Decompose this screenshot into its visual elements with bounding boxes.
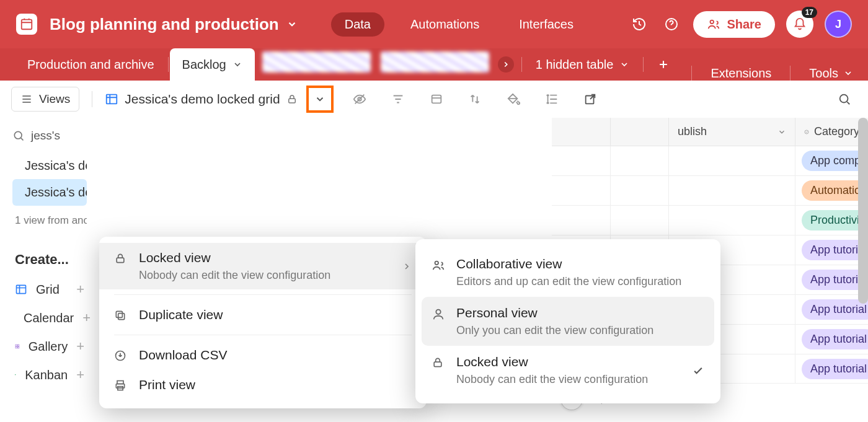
history-icon[interactable] (629, 14, 650, 35)
scrollbar-thumb[interactable] (858, 118, 868, 304)
notifications-button[interactable]: 17 (786, 11, 813, 38)
hidden-tables[interactable]: 1 hidden table (523, 48, 642, 81)
svg-point-2 (711, 20, 714, 24)
table-tabs: Production and archive Backlog 1 hidden … (0, 48, 868, 81)
cell-category[interactable]: App tutorial (795, 354, 868, 384)
nav-interfaces[interactable]: Interfaces (505, 12, 587, 37)
cell-category[interactable]: App comparison (795, 146, 868, 175)
base-icon[interactable] (16, 14, 37, 35)
view-options-button[interactable] (306, 86, 334, 113)
cell-publish[interactable] (668, 146, 795, 175)
cell-publish[interactable] (668, 206, 795, 235)
menu-divider (114, 335, 412, 335)
grid-row[interactable]: Automation (552, 176, 868, 206)
svg-point-8 (840, 95, 848, 103)
row-number-header (610, 118, 668, 146)
share-view-button[interactable] (578, 87, 603, 112)
menu-print-view[interactable]: Print view (99, 370, 427, 400)
tab-separator (168, 57, 169, 72)
row-spacer (610, 146, 668, 175)
cell-category[interactable]: App tutorial (795, 235, 868, 265)
menu-item-title: Locked view (139, 250, 392, 265)
view-list-item[interactable]: Jessica's demo locked grid (12, 179, 87, 206)
create-grid-view[interactable]: Grid + (12, 275, 87, 304)
menu-duplicate-view[interactable]: Duplicate view (99, 300, 427, 330)
column-header-category[interactable]: Category (795, 118, 868, 146)
submenu-subtitle: Editors and up can edit the view configu… (456, 275, 704, 288)
submenu-collaborative[interactable]: Collaborative view Editors and up can ed… (422, 248, 714, 297)
cell-category[interactable]: App tutorial (795, 325, 868, 354)
nav-automations[interactable]: Automations (397, 12, 493, 37)
group-button[interactable] (424, 87, 449, 112)
create-calendar-view[interactable]: Calendar + (12, 304, 87, 332)
base-title[interactable]: Blog planning and production (50, 15, 298, 34)
tab-separator (643, 57, 644, 72)
svg-rect-24 (116, 311, 122, 317)
svg-point-29 (435, 262, 439, 265)
user-avatar[interactable]: J (825, 11, 852, 38)
grid-row[interactable]: Productivity (552, 206, 868, 235)
menu-locked-view[interactable]: Locked view Nobody can edit the view con… (99, 243, 427, 289)
cell-category[interactable]: App tutorial (795, 265, 868, 294)
category-pill: App tutorial (802, 329, 868, 349)
category-pill: App tutorial (802, 359, 868, 379)
svg-rect-22 (117, 258, 124, 263)
filter-button[interactable] (386, 87, 410, 112)
chevron-down-icon[interactable] (232, 59, 242, 69)
column-header-publish[interactable]: ublish (668, 118, 795, 146)
redacted-tab[interactable] (381, 51, 489, 73)
tab-separator (521, 57, 522, 72)
download-icon (114, 349, 126, 362)
view-permission-submenu: Collaborative view Editors and up can ed… (415, 239, 720, 403)
kanban-icon (15, 369, 16, 381)
search-icon (12, 130, 25, 142)
print-icon (114, 379, 126, 392)
table-tab-backlog[interactable]: Backlog (170, 48, 255, 81)
view-options-menu: Locked view Nobody can edit the view con… (99, 237, 427, 408)
row-number-header (552, 118, 610, 146)
table-tab-production[interactable]: Production and archive (15, 48, 167, 81)
extensions-button[interactable]: Extensions (711, 66, 771, 81)
row-spacer (610, 176, 668, 205)
search-records-button[interactable] (832, 87, 857, 112)
cell-category[interactable]: Automation (795, 176, 868, 205)
sort-button[interactable] (463, 87, 487, 112)
chevron-down-icon[interactable] (777, 128, 786, 136)
color-button[interactable] (501, 87, 526, 112)
notification-count: 17 (802, 7, 817, 18)
current-view[interactable]: Jessica's demo locked grid (105, 92, 297, 107)
help-icon[interactable] (661, 14, 682, 35)
copy-icon (114, 309, 126, 322)
create-kanban-view[interactable]: Kanban + (12, 361, 87, 389)
submenu-subtitle: Nobody can edit the view configuration (456, 373, 682, 386)
svg-rect-12 (17, 285, 26, 293)
tools-button[interactable]: Tools (809, 66, 853, 81)
share-button[interactable]: Share (693, 11, 775, 38)
grid-row[interactable]: App comparison (552, 146, 868, 176)
submenu-personal[interactable]: Personal view Only you can edit the view… (422, 297, 714, 346)
views-sidebar-toggle[interactable]: Views (11, 87, 79, 112)
row-height-button[interactable] (539, 87, 564, 112)
submenu-locked[interactable]: Locked view Nobody can edit the view con… (422, 346, 714, 395)
cell-category[interactable]: Productivity (795, 206, 868, 235)
chevron-down-icon (619, 59, 629, 69)
menu-item-title: Print view (139, 377, 412, 392)
nav-data[interactable]: Data (331, 12, 384, 37)
chevron-right-icon (502, 60, 510, 69)
view-name-text: Jessica's demo locked grid (125, 92, 280, 107)
create-gallery-view[interactable]: Gallery + (12, 332, 87, 361)
hidden-tables-label: 1 hidden table (536, 58, 614, 72)
chevron-down-icon (286, 19, 298, 30)
view-list-item[interactable]: Jessica's demo grid (12, 152, 87, 179)
add-table-button[interactable] (645, 48, 682, 81)
cell-publish[interactable] (668, 176, 795, 205)
cell-category[interactable]: App tutorial (795, 295, 868, 324)
redacted-tab[interactable] (262, 51, 371, 73)
view-search-input[interactable]: jess's (12, 124, 87, 152)
row-number (552, 176, 610, 205)
create-label: Calendar (24, 311, 74, 325)
menu-download-csv[interactable]: Download CSV (99, 340, 427, 370)
scroll-tabs-right[interactable] (498, 56, 514, 73)
menu-item-title: Download CSV (139, 348, 412, 363)
hide-fields-button[interactable] (347, 87, 372, 112)
